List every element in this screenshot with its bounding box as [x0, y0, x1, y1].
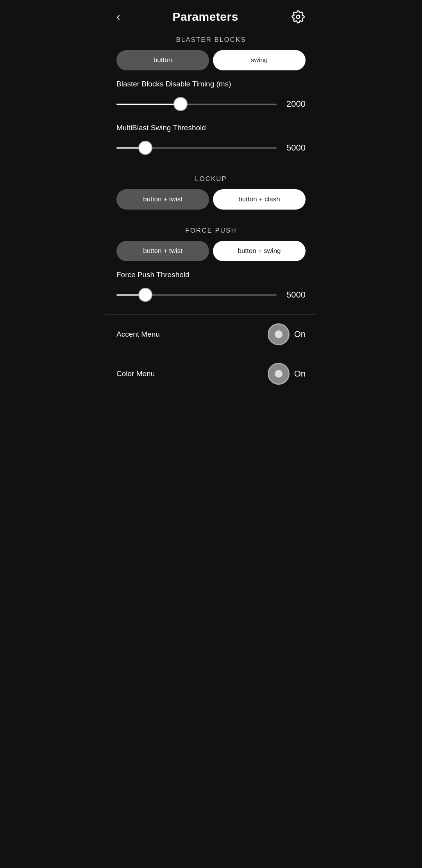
multiblast-swing-slider-row: 5000	[116, 139, 306, 156]
multiblast-swing-label: MultiBlast Swing Threshold	[116, 124, 306, 132]
color-menu-row: Color Menu On	[106, 354, 316, 393]
force-push-threshold-track[interactable]	[116, 286, 277, 303]
gear-icon	[291, 10, 305, 23]
blaster-blocks-section: BLASTER BLOCKS button swing	[106, 36, 316, 70]
slider-fill	[116, 104, 181, 105]
multiblast-swing-value: 5000	[282, 143, 306, 153]
color-menu-knob	[275, 370, 283, 378]
lockup-toggle-group: button + twist button + clash	[106, 189, 316, 210]
accent-menu-row: Accent Menu On	[106, 314, 316, 354]
blaster-blocks-timing-label: Blaster Blocks Disable Timing (ms)	[116, 80, 306, 88]
blaster-blocks-button-btn[interactable]: button	[116, 50, 209, 70]
force-push-threshold-section: Force Push Threshold 5000	[106, 271, 316, 303]
spacer2	[106, 219, 316, 223]
slider-thumb[interactable]	[173, 97, 188, 111]
force-push-threshold-value: 5000	[282, 290, 306, 300]
accent-menu-knob	[275, 330, 283, 338]
settings-button[interactable]	[291, 9, 306, 24]
back-button[interactable]: ‹	[116, 11, 120, 23]
blaster-blocks-timing-track[interactable]	[116, 95, 277, 113]
color-menu-label: Color Menu	[116, 369, 155, 378]
accent-menu-right: On	[268, 323, 306, 345]
force-push-label: FORCE PUSH	[106, 227, 316, 235]
slider-thumb[interactable]	[138, 288, 152, 302]
multiblast-swing-track[interactable]	[116, 139, 277, 156]
slider-track	[116, 104, 277, 105]
page-title: Parameters	[172, 10, 238, 23]
color-menu-toggle[interactable]	[268, 363, 290, 385]
blaster-blocks-timing-slider-row: 2000	[116, 95, 306, 113]
lockup-clash-btn[interactable]: button + clash	[213, 189, 306, 210]
header: ‹ Parameters	[106, 0, 316, 32]
blaster-blocks-label: BLASTER BLOCKS	[106, 36, 316, 44]
blaster-blocks-swing-btn[interactable]: swing	[213, 50, 306, 70]
slider-thumb[interactable]	[138, 141, 152, 155]
svg-point-0	[297, 15, 300, 19]
multiblast-swing-section: MultiBlast Swing Threshold 5000	[106, 124, 316, 156]
force-push-swing-btn[interactable]: button + swing	[213, 241, 306, 261]
blaster-blocks-timing-value: 2000	[282, 99, 306, 109]
accent-menu-state: On	[294, 329, 306, 339]
force-push-threshold-slider-row: 5000	[116, 286, 306, 303]
force-push-toggle-group: button + twist button + swing	[106, 241, 316, 261]
accent-menu-label: Accent Menu	[116, 330, 160, 339]
accent-menu-toggle[interactable]	[268, 323, 290, 345]
slider-track	[116, 294, 277, 296]
lockup-section: LOCKUP button + twist button + clash	[106, 175, 316, 210]
spacer	[106, 167, 316, 171]
lockup-twist-btn[interactable]: button + twist	[116, 189, 209, 210]
blaster-blocks-toggle-group: button swing	[106, 50, 316, 70]
color-menu-right: On	[268, 363, 306, 385]
lockup-label: LOCKUP	[106, 175, 316, 183]
force-push-threshold-label: Force Push Threshold	[116, 271, 306, 279]
blaster-blocks-timing-section: Blaster Blocks Disable Timing (ms) 2000	[106, 80, 316, 113]
force-push-section: FORCE PUSH button + twist button + swing	[106, 227, 316, 261]
color-menu-state: On	[294, 369, 306, 379]
force-push-twist-btn[interactable]: button + twist	[116, 241, 209, 261]
slider-track	[116, 147, 277, 149]
